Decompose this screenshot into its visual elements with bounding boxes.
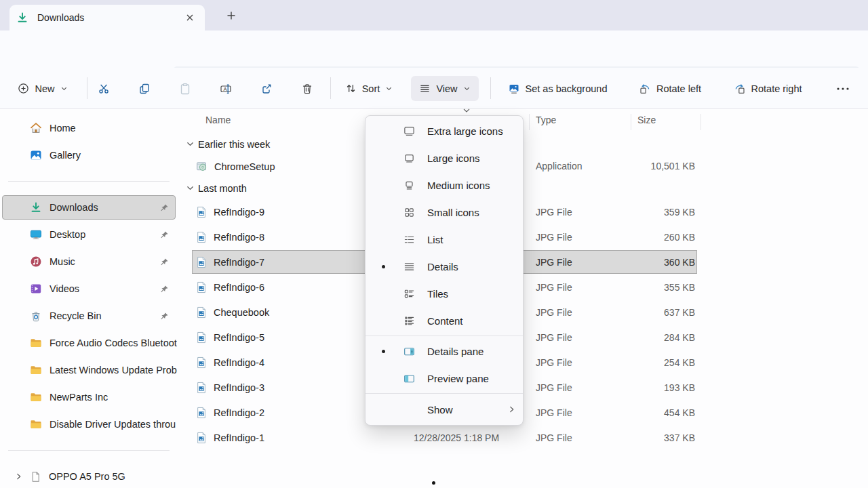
- share-button[interactable]: [253, 76, 280, 101]
- pin-icon: [160, 285, 169, 293]
- sidebar-item-label: Disable Driver Updates throu: [50, 419, 178, 430]
- menu-item-label: List: [427, 234, 515, 245]
- desktop-icon: [30, 228, 42, 241]
- file-size: 284 KB: [604, 332, 695, 343]
- tab-title: Downloads: [37, 12, 182, 23]
- file-name-cell: RefIndigo-2: [196, 407, 264, 419]
- column-header-name[interactable]: Name: [205, 115, 231, 125]
- menu-item-tiles[interactable]: Tiles: [366, 280, 523, 307]
- chevron-down-icon: [463, 85, 471, 92]
- sort-button[interactable]: Sort: [338, 76, 400, 101]
- rotate-left-button[interactable]: Rotate left: [629, 76, 711, 101]
- small-icons-icon: [403, 207, 415, 218]
- pin-icon: [160, 203, 169, 212]
- tab-close-icon[interactable]: [182, 9, 198, 26]
- rename-icon: A: [220, 83, 232, 95]
- sidebar-item-newparts-inc[interactable]: NewParts Inc: [0, 384, 178, 411]
- jpg-icon: [196, 331, 207, 344]
- delete-button[interactable]: [294, 76, 321, 101]
- sidebar-item-desktop[interactable]: Desktop: [0, 221, 178, 248]
- sidebar-item-music[interactable]: Music: [0, 248, 178, 275]
- menu-item-label: Small icons: [427, 207, 515, 218]
- set-as-background-label: Set as background: [526, 83, 608, 94]
- menu-item-list[interactable]: List: [366, 226, 523, 253]
- svg-text:A: A: [223, 85, 226, 92]
- menu-item-details-pane[interactable]: Details pane: [366, 338, 523, 365]
- menu-icon-zone: [403, 288, 422, 300]
- menu-bullet-zone: [380, 265, 403, 268]
- menu-item-large-icons[interactable]: Large icons: [366, 144, 523, 171]
- more-options-button[interactable]: [828, 76, 858, 101]
- paste-button[interactable]: [172, 76, 199, 101]
- navigation-sidebar: HomeGalleryDownloadsDesktopMusicVideosRe…: [0, 109, 178, 488]
- file-name: RefIndigo-1: [214, 432, 264, 443]
- cut-button[interactable]: [90, 76, 117, 101]
- file-type: JPG File: [536, 432, 572, 443]
- menu-item-label: Details pane: [427, 346, 515, 357]
- column-header-type[interactable]: Type: [536, 115, 556, 125]
- menu-item-details[interactable]: Details: [366, 253, 523, 280]
- chevron-down-icon: [385, 85, 393, 92]
- sidebar-item-oppo-a5-pro-5g[interactable]: OPPO A5 Pro 5G: [0, 463, 178, 488]
- chevron-down-icon: [60, 85, 68, 92]
- jpg-icon: [196, 407, 207, 419]
- menu-item-label: Tiles: [427, 288, 515, 300]
- new-button[interactable]: New: [11, 76, 75, 101]
- menu-item-medium-icons[interactable]: Medium icons: [366, 171, 523, 199]
- details-icon: [403, 261, 415, 272]
- menu-icon-zone: [403, 207, 422, 218]
- menu-item-content[interactable]: Content: [366, 307, 523, 334]
- rename-button[interactable]: A: [212, 76, 239, 101]
- menu-separator: [366, 393, 523, 394]
- set-as-background-button[interactable]: Set as background: [497, 76, 618, 101]
- sort-direction-chevron-icon: [462, 108, 471, 113]
- details-pane-icon: [403, 346, 415, 357]
- rotate-left-label: Rotate left: [656, 83, 701, 94]
- videos-icon: [30, 283, 42, 295]
- file-name-cell: RefIndigo-3: [196, 382, 264, 394]
- sidebar-item-latest-windows-update-prob[interactable]: Latest Windows Update Prob: [0, 357, 178, 384]
- rotate-right-label: Rotate right: [751, 83, 802, 94]
- jpg-icon: [196, 357, 207, 369]
- extra-large-icons-icon: [403, 125, 415, 137]
- menu-item-label: Details: [427, 261, 515, 272]
- folder-icon: [30, 337, 42, 349]
- new-tab-button[interactable]: [222, 7, 240, 24]
- download-tab-icon: [16, 12, 28, 24]
- file-name-cell: RefIndigo-6: [196, 281, 264, 293]
- gallery-icon: [30, 149, 42, 161]
- file-row-refindigo-1[interactable]: RefIndigo-112/28/2025 1:18 PMJPG File337…: [178, 425, 868, 450]
- sidebar-item-label: Videos: [50, 283, 178, 294]
- rotate-right-icon: [734, 83, 746, 95]
- menu-item-show[interactable]: Show: [366, 395, 523, 424]
- trash-icon: [301, 83, 313, 95]
- chevron-down-icon: [186, 142, 194, 147]
- pin-icon: [160, 258, 169, 266]
- tiles-icon: [403, 288, 415, 300]
- file-type: JPG File: [536, 382, 572, 393]
- sidebar-item-gallery[interactable]: Gallery: [0, 142, 178, 169]
- sidebar-item-label: OPPO A5 Pro 5G: [49, 471, 178, 482]
- file-name: RefIndigo-3: [214, 382, 264, 393]
- view-button[interactable]: View: [411, 76, 479, 101]
- menu-item-small-icons[interactable]: Small icons: [366, 199, 523, 226]
- explorer-tab[interactable]: Downloads: [9, 5, 205, 30]
- copy-button[interactable]: [131, 76, 158, 101]
- column-header-size[interactable]: Size: [637, 115, 656, 125]
- sidebar-item-label: Home: [50, 123, 178, 134]
- menu-item-extra-large-icons[interactable]: Extra large icons: [366, 117, 523, 144]
- sidebar-item-videos[interactable]: Videos: [0, 275, 178, 302]
- menu-icon-zone: [403, 180, 422, 191]
- sidebar-item-home[interactable]: Home: [0, 115, 178, 142]
- file-size: 637 KB: [604, 307, 695, 318]
- sidebar-item-recycle-bin[interactable]: Recycle Bin: [0, 302, 178, 329]
- plus-circle-icon: [18, 83, 29, 94]
- sidebar-item-force-audio-codecs-bluetoot[interactable]: Force Audio Codecs Bluetoot: [0, 329, 178, 357]
- menu-item-preview-pane[interactable]: Preview pane: [366, 365, 523, 392]
- sidebar-item-downloads[interactable]: Downloads: [0, 194, 178, 221]
- menu-icon-zone: [403, 346, 422, 357]
- sidebar-item-disable-driver-updates-throu[interactable]: Disable Driver Updates throu: [0, 411, 178, 438]
- selected-bullet-icon: [382, 350, 385, 353]
- file-name: RefIndigo-8: [214, 232, 264, 243]
- rotate-right-button[interactable]: Rotate right: [724, 76, 811, 101]
